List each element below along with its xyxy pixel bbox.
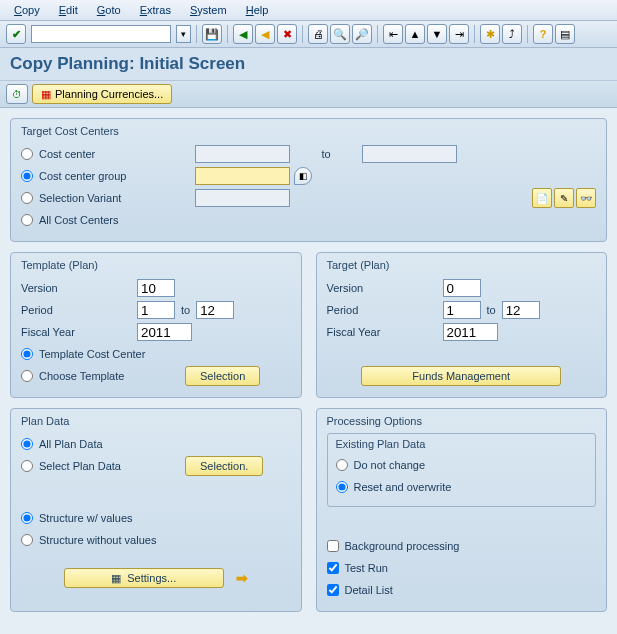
checkbox-test-run[interactable]: [327, 562, 339, 574]
label-detail-list: Detail List: [345, 584, 393, 596]
radio-structure-with-values[interactable]: [21, 512, 33, 524]
print-icon[interactable]: 🖨: [308, 24, 328, 44]
group-title: Target Cost Centers: [21, 125, 596, 137]
command-field[interactable]: [31, 25, 171, 43]
separator: [227, 25, 228, 43]
menu-help[interactable]: Help: [238, 2, 277, 18]
back-icon[interactable]: ◀: [233, 24, 253, 44]
f4-help-icon[interactable]: ◧: [294, 167, 312, 185]
template-period-from-field[interactable]: [137, 301, 175, 319]
label-template-cost-center: Template Cost Center: [39, 348, 145, 360]
settings-label: Settings...: [127, 572, 176, 584]
execute-icon[interactable]: ⏱: [6, 84, 28, 104]
label-structure-without-values: Structure without values: [39, 534, 156, 546]
label-reset-overwrite: Reset and overwrite: [354, 481, 452, 493]
menu-copy[interactable]: Copy: [6, 2, 48, 18]
radio-all-cost-centers[interactable]: [21, 214, 33, 226]
last-page-icon[interactable]: ⇥: [449, 24, 469, 44]
shortcut-icon[interactable]: ⤴: [502, 24, 522, 44]
radio-all-plan-data[interactable]: [21, 438, 33, 450]
first-page-icon[interactable]: ⇤: [383, 24, 403, 44]
menu-extras[interactable]: Extras: [132, 2, 179, 18]
group-target-plan: Target (Plan) Version Period to Fiscal Y…: [316, 252, 608, 398]
group-title: Plan Data: [21, 415, 291, 427]
layout-icon[interactable]: ▤: [555, 24, 575, 44]
template-fiscal-year-field[interactable]: [137, 323, 192, 341]
radio-choose-template[interactable]: [21, 370, 33, 382]
label-period: Period: [21, 304, 131, 316]
label-to: to: [487, 304, 496, 316]
radio-cost-center-group[interactable]: [21, 170, 33, 182]
planning-currencies-label: Planning Currencies...: [55, 88, 163, 100]
menu-edit[interactable]: Edit: [51, 2, 86, 18]
template-version-field[interactable]: [137, 279, 175, 297]
cost-center-group-field[interactable]: [195, 167, 290, 185]
new-session-icon[interactable]: ✱: [480, 24, 500, 44]
label-fiscal-year: Fiscal Year: [21, 326, 131, 338]
save-icon[interactable]: 💾: [202, 24, 222, 44]
group-target-cost-centers: Target Cost Centers Cost center to Cost …: [10, 118, 607, 242]
separator: [302, 25, 303, 43]
group-title: Template (Plan): [21, 259, 291, 271]
planning-currencies-button[interactable]: ▦ Planning Currencies...: [32, 84, 172, 104]
radio-select-plan-data[interactable]: [21, 460, 33, 472]
separator: [377, 25, 378, 43]
separator: [474, 25, 475, 43]
label-to: to: [181, 304, 190, 316]
target-fiscal-year-field[interactable]: [443, 323, 498, 341]
template-selection-button[interactable]: Selection: [185, 366, 260, 386]
radio-template-cost-center[interactable]: [21, 348, 33, 360]
inner-group-title: Existing Plan Data: [336, 438, 588, 450]
menu-system[interactable]: System: [182, 2, 235, 18]
find-next-icon[interactable]: 🔎: [352, 24, 372, 44]
create-variant-icon[interactable]: 📄: [532, 188, 552, 208]
prev-page-icon[interactable]: ▲: [405, 24, 425, 44]
label-fiscal-year: Fiscal Year: [327, 326, 437, 338]
display-variant-icon[interactable]: 👓: [576, 188, 596, 208]
radio-cost-center[interactable]: [21, 148, 33, 160]
target-version-field[interactable]: [443, 279, 481, 297]
label-choose-template: Choose Template: [39, 370, 179, 382]
settings-button[interactable]: ▦ Settings...: [64, 568, 224, 588]
plan-data-selection-button[interactable]: Selection.: [185, 456, 263, 476]
radio-reset-overwrite[interactable]: [336, 481, 348, 493]
exit-icon[interactable]: ◀: [255, 24, 275, 44]
help-icon[interactable]: ?: [533, 24, 553, 44]
cancel-icon[interactable]: ✖: [277, 24, 297, 44]
standard-toolbar: ✔ ▾ 💾 ◀ ◀ ✖ 🖨 🔍 🔎 ⇤ ▲ ▼ ⇥ ✱ ⤴ ? ▤: [0, 21, 617, 48]
label-cost-center-group: Cost center group: [39, 170, 189, 182]
label-selection-variant: Selection Variant: [39, 192, 189, 204]
radio-selection-variant[interactable]: [21, 192, 33, 204]
next-page-icon[interactable]: ▼: [427, 24, 447, 44]
checkbox-detail-list[interactable]: [327, 584, 339, 596]
app-toolbar: ⏱ ▦ Planning Currencies...: [0, 81, 617, 108]
cost-center-to-field[interactable]: [362, 145, 457, 163]
find-icon[interactable]: 🔍: [330, 24, 350, 44]
selection-variant-field[interactable]: [195, 189, 290, 207]
label-do-not-change: Do not change: [354, 459, 426, 471]
target-period-from-field[interactable]: [443, 301, 481, 319]
enter-icon[interactable]: ✔: [6, 24, 26, 44]
radio-do-not-change[interactable]: [336, 459, 348, 471]
template-period-to-field[interactable]: [196, 301, 234, 319]
currencies-icon: ▦: [41, 88, 51, 101]
target-period-to-field[interactable]: [502, 301, 540, 319]
command-dropdown-icon[interactable]: ▾: [176, 25, 191, 43]
edit-variant-icon[interactable]: ✎: [554, 188, 574, 208]
group-title: Target (Plan): [327, 259, 597, 271]
label-structure-with-values: Structure w/ values: [39, 512, 133, 524]
group-template-plan: Template (Plan) Version Period to Fiscal…: [10, 252, 302, 398]
group-plan-data: Plan Data All Plan Data Select Plan Data…: [10, 408, 302, 612]
label-cost-center: Cost center: [39, 148, 189, 160]
menu-bar: Copy Edit Goto Extras System Help: [0, 0, 617, 21]
checkbox-background-processing[interactable]: [327, 540, 339, 552]
menu-goto[interactable]: Goto: [89, 2, 129, 18]
funds-management-button[interactable]: Funds Management: [361, 366, 561, 386]
page-title: Copy Planning: Initial Screen: [0, 48, 617, 81]
separator: [196, 25, 197, 43]
separator: [527, 25, 528, 43]
radio-structure-without-values[interactable]: [21, 534, 33, 546]
group-processing-options: Processing Options Existing Plan Data Do…: [316, 408, 608, 612]
cost-center-from-field[interactable]: [195, 145, 290, 163]
group-title: Processing Options: [327, 415, 597, 427]
